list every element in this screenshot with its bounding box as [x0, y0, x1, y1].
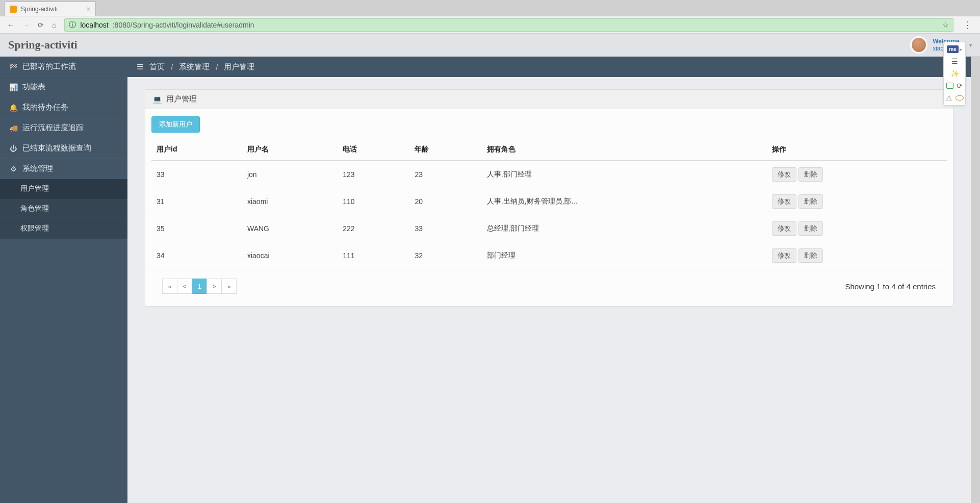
page-next-button[interactable]: > [207, 279, 222, 294]
col-header-age: 年龄 [409, 139, 481, 161]
cell-name: jon [242, 161, 338, 188]
app-brand: Spring-activiti [8, 38, 78, 52]
breadcrumb-separator: / [216, 63, 218, 71]
bookmark-star-icon[interactable] [942, 21, 949, 29]
cell-name: xiaomi [242, 188, 338, 215]
sidebar-item-deployed-workflows[interactable]: 🏁 已部署的工作流 [0, 57, 127, 77]
cell-phone: 110 [338, 188, 409, 215]
sidebar-item-finished-processes[interactable]: ⏻ 已结束流程数据查询 [0, 138, 127, 159]
eye-icon[interactable] [956, 95, 964, 100]
laptop-icon: 💻 [152, 95, 162, 104]
cast-icon[interactable] [946, 83, 953, 89]
address-bar[interactable]: localhost:8080/Spring-activiti/loginvali… [64, 18, 953, 32]
cell-id: 35 [151, 215, 242, 242]
power-icon: ⏻ [9, 144, 17, 153]
cell-phone: 111 [338, 242, 409, 269]
bar-chart-icon: 📊 [9, 83, 17, 91]
sidebar-item-label: 功能表 [22, 82, 45, 92]
sidebar-item-system-admin[interactable]: ⚙ 系统管理 [0, 159, 127, 179]
wand-icon[interactable]: ✨ [950, 69, 959, 78]
col-header-roles: 拥有角色 [482, 139, 767, 161]
table-row: 35WANG22233总经理,部门经理修改 删除 [151, 215, 947, 242]
cell-id: 33 [151, 161, 242, 188]
sidebar-sub-label: 用户管理 [20, 184, 49, 193]
dashboard-icon: 🏁 [9, 63, 17, 71]
delete-row-button[interactable]: 删除 [798, 194, 823, 209]
table-row: 33jon12323人事,部门经理修改 删除 [151, 161, 947, 188]
gear-icon: ⚙ [9, 165, 17, 173]
sidebar-sub-permission-admin[interactable]: 权限管理 [0, 219, 127, 239]
sidebar-submenu: 用户管理 角色管理 权限管理 [0, 179, 127, 239]
breadcrumb: ☰ 首页 / 系统管理 / 用户管理 [127, 57, 971, 77]
sidebar-item-label: 系统管理 [22, 164, 53, 173]
cell-ops: 修改 删除 [767, 161, 947, 188]
table-row: 31xiaomi11020人事,出纳员,财务管理员,部...修改 删除 [151, 188, 947, 215]
page-first-button[interactable]: « [162, 279, 177, 294]
sidebar-item-my-tasks[interactable]: 🔔 我的待办任务 [0, 97, 127, 118]
nav-reload-icon[interactable] [38, 21, 44, 29]
page-number-button[interactable]: 1 [192, 279, 207, 294]
close-tab-icon[interactable]: × [87, 6, 90, 13]
users-table: 用户id 用户名 电话 年龄 拥有角色 操作 33jon12323人事,部门经理… [151, 139, 947, 269]
menu-icon[interactable]: ☰ [951, 57, 958, 65]
cell-age: 32 [409, 242, 481, 269]
sidebar-item-label: 运行流程进度追踪 [22, 123, 84, 133]
col-header-name: 用户名 [242, 139, 338, 161]
cell-ops: 修改 删除 [767, 188, 947, 215]
edit-row-button[interactable]: 修改 [772, 221, 796, 236]
browser-menu-icon[interactable]: ⋮ [959, 19, 976, 31]
sidebar-sub-label: 角色管理 [20, 204, 49, 213]
sidebar-item-features[interactable]: 📊 功能表 [0, 77, 127, 97]
avatar [910, 36, 927, 54]
me-extension-icon[interactable]: me [947, 45, 958, 53]
site-info-icon[interactable] [69, 20, 76, 30]
cell-roles: 人事,部门经理 [482, 161, 767, 188]
breadcrumb-section[interactable]: 系统管理 [179, 62, 210, 72]
sidebar-sub-user-admin[interactable]: 用户管理 [0, 179, 127, 199]
truck-icon: 🚚 [9, 124, 17, 132]
refresh-icon[interactable]: ⟳ [957, 82, 963, 90]
sidebar-item-process-tracking[interactable]: 🚚 运行流程进度追踪 [0, 118, 127, 138]
cell-roles: 总经理,部门经理 [482, 215, 767, 242]
cell-phone: 222 [338, 215, 409, 242]
extension-panel: me▸ ☰ ✨ ⟳ ⚠ [943, 42, 966, 106]
sidebar: 🏁 已部署的工作流 📊 功能表 🔔 我的待办任务 🚚 运行流程进度追踪 ⏻ 已结… [0, 57, 127, 503]
sidebar-sub-label: 权限管理 [20, 224, 49, 233]
nav-home-icon[interactable] [52, 21, 56, 29]
col-header-ops: 操作 [767, 139, 947, 161]
sidebar-sub-role-admin[interactable]: 角色管理 [0, 199, 127, 219]
nav-forward-icon[interactable] [22, 21, 30, 29]
entries-info: Showing 1 to 4 of 4 entries [845, 282, 942, 291]
edit-row-button[interactable]: 修改 [772, 194, 796, 209]
browser-tab-strip: Spring-activiti × [0, 0, 980, 16]
col-header-id: 用户id [151, 139, 242, 161]
edit-row-button[interactable]: 修改 [772, 167, 796, 182]
user-admin-panel: 💻 用户管理 ˄ 添加新用户 用户id 用户名 电话 [145, 89, 953, 307]
cell-age: 33 [409, 215, 481, 242]
favicon-icon [10, 6, 17, 13]
delete-row-button[interactable]: 删除 [798, 248, 823, 263]
nav-back-icon[interactable] [7, 21, 14, 29]
hamburger-icon[interactable]: ☰ [137, 62, 143, 71]
table-row: 34xiaocai11132部门经理修改 删除 [151, 242, 947, 269]
col-header-phone: 电话 [338, 139, 409, 161]
chevron-right-icon: ▸ [960, 46, 962, 52]
breadcrumb-current: 用户管理 [224, 62, 254, 72]
breadcrumb-separator: / [171, 63, 173, 71]
cell-roles: 部门经理 [482, 242, 767, 269]
browser-tab[interactable]: Spring-activiti × [4, 2, 96, 16]
page-prev-button[interactable]: < [177, 279, 192, 294]
pagination: « < 1 > » [163, 279, 237, 294]
delete-row-button[interactable]: 删除 [798, 167, 823, 182]
bell-icon: 🔔 [9, 104, 17, 112]
add-user-button[interactable]: 添加新用户 [151, 116, 200, 133]
warning-icon[interactable]: ⚠ [946, 94, 952, 102]
sidebar-item-label: 已部署的工作流 [22, 62, 76, 71]
cell-phone: 123 [338, 161, 409, 188]
delete-row-button[interactable]: 删除 [798, 221, 823, 236]
edit-row-button[interactable]: 修改 [772, 248, 796, 263]
breadcrumb-home[interactable]: 首页 [149, 62, 165, 72]
page-last-button[interactable]: » [221, 279, 237, 294]
url-host: localhost [80, 21, 108, 29]
cell-name: xiaocai [242, 242, 338, 269]
